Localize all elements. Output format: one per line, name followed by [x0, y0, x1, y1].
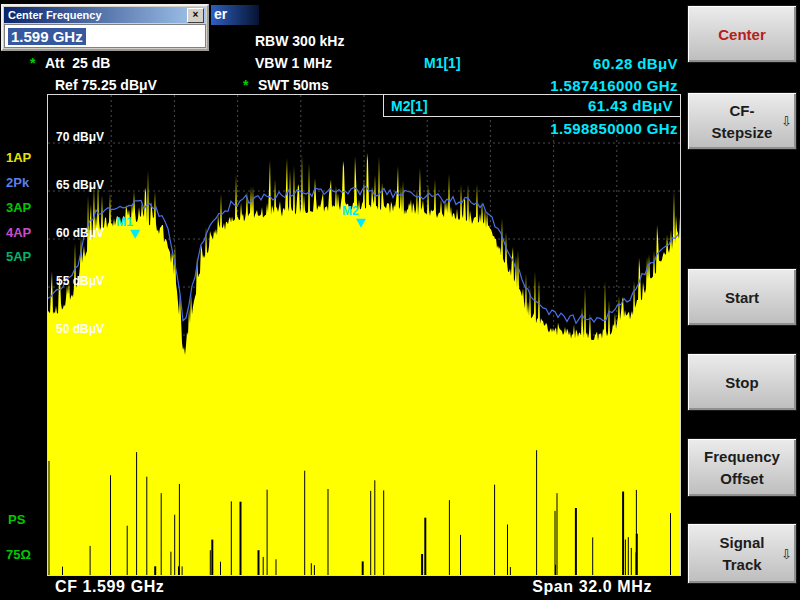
window-title-fragment: er [211, 5, 259, 25]
trace-indicator-3ap: 3AP [6, 200, 31, 215]
trace-indicator-2pk: 2Pk [6, 175, 29, 190]
close-icon[interactable]: × [187, 8, 204, 23]
marker1-name: M1[1] [424, 55, 461, 71]
marker1-level: 60.28 dBμV [593, 55, 678, 72]
trace-indicator-5ap: 5AP [6, 249, 31, 264]
rbw-readout: RBW 300 kHz [255, 33, 344, 49]
softkey-signal-track-label2: Track [722, 556, 761, 573]
softkey-signal-track[interactable]: Signal Track ⇩ [687, 523, 797, 584]
y-axis-label-60: 60 dBμV [56, 226, 104, 240]
impedance-status: 75Ω [6, 547, 31, 562]
footer-center-frequency: CF 1.599 GHz [55, 578, 164, 596]
spectrum-plot: M1M2 [47, 94, 681, 576]
marker2-level: 61.43 dBμV [588, 97, 673, 114]
dialog-titlebar: Center Frequency × [4, 7, 206, 23]
marker-label-m2: M2 [342, 204, 359, 218]
softkey-signal-track-label1: Signal [719, 534, 764, 551]
softkey-cf-stepsize-label1: CF- [730, 102, 755, 119]
submenu-arrow-icon: ⇩ [781, 546, 792, 561]
center-frequency-dialog: Center Frequency × 1.599 GHz [1, 4, 209, 51]
softkey-center[interactable]: Center [687, 5, 797, 63]
softkey-stop-label: Stop [725, 374, 758, 391]
softkey-frequency-offset-label2: Offset [720, 470, 763, 487]
softkey-frequency-offset-label1: Frequency [704, 448, 780, 465]
marker2-readout-box: M2[1] 61.43 dBμV [383, 94, 681, 117]
y-axis-label-50: 50 dBμV [56, 322, 104, 336]
trace-canvas: M1M2 [48, 95, 680, 575]
softkey-cf-stepsize-label2: Stepsize [712, 124, 773, 141]
marker-label-m1: M1 [116, 215, 133, 229]
marker2-frequency: 1.598850000 GHz [550, 120, 678, 137]
y-axis-label-65: 65 dBμV [56, 178, 104, 192]
marker2-name: M2[1] [391, 98, 428, 114]
preselector-status: PS [8, 512, 25, 527]
att-coupled-star: * [30, 55, 35, 71]
ref-level-readout: Ref 75.25 dBμV [55, 77, 157, 93]
trace-indicator-1ap: 1AP [6, 150, 31, 165]
softkey-center-label: Center [718, 26, 766, 43]
trace-indicator-4ap: 4AP [6, 225, 31, 240]
center-frequency-input[interactable]: 1.599 GHz [4, 24, 206, 48]
swt-coupled-star: * [243, 77, 248, 93]
softkey-frequency-offset[interactable]: Frequency Offset [687, 438, 797, 497]
softkey-cf-stepsize[interactable]: CF- Stepsize ⇩ [687, 92, 797, 150]
y-axis-label-55: 55 dBμV [56, 274, 104, 288]
att-readout: Att 25 dB [45, 55, 110, 71]
spectrum-analyzer-screen: { "window_title_fragment": "er", "dialog… [0, 0, 800, 600]
vbw-readout: VBW 1 MHz [255, 55, 332, 71]
marker1-frequency: 1.587416000 GHz [550, 77, 678, 94]
y-axis-label-70: 70 dBμV [56, 130, 104, 144]
dialog-title: Center Frequency [8, 9, 102, 21]
swt-readout: SWT 50ms [258, 77, 329, 93]
submenu-arrow-icon: ⇩ [781, 114, 792, 129]
footer-span: Span 32.0 MHz [532, 578, 652, 596]
softkey-stop[interactable]: Stop [687, 353, 797, 411]
input-selected-text: 1.599 GHz [8, 28, 86, 45]
softkey-start[interactable]: Start [687, 268, 797, 326]
softkey-start-label: Start [725, 289, 759, 306]
